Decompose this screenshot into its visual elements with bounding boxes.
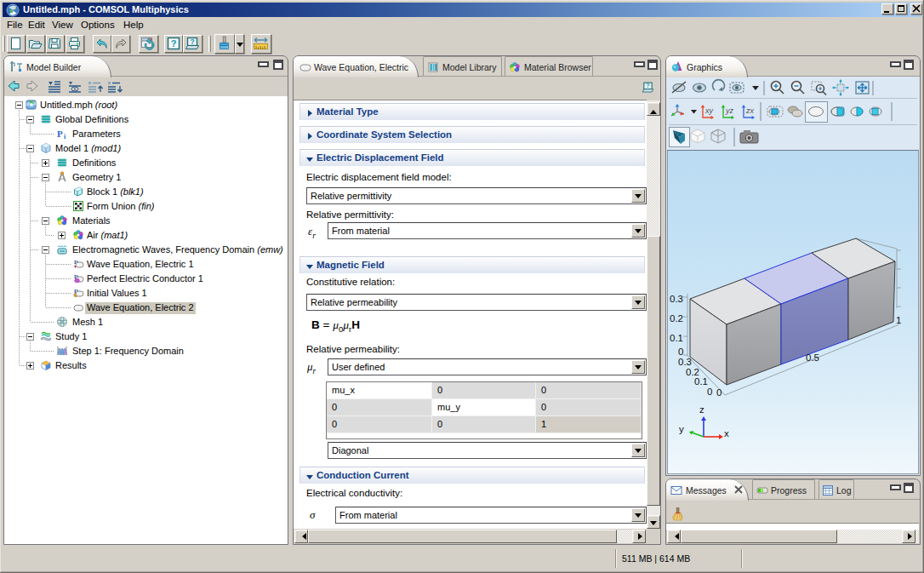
svg-text:zx: zx bbox=[745, 106, 755, 115]
svg-text:?: ? bbox=[171, 38, 177, 49]
svg-text:P: P bbox=[57, 129, 63, 139]
svg-text:?: ? bbox=[190, 37, 194, 46]
svg-text:i: i bbox=[64, 133, 66, 140]
svg-text:?: ? bbox=[646, 83, 649, 89]
svg-text:xy: xy bbox=[704, 106, 714, 115]
svg-text:yz: yz bbox=[725, 106, 734, 115]
